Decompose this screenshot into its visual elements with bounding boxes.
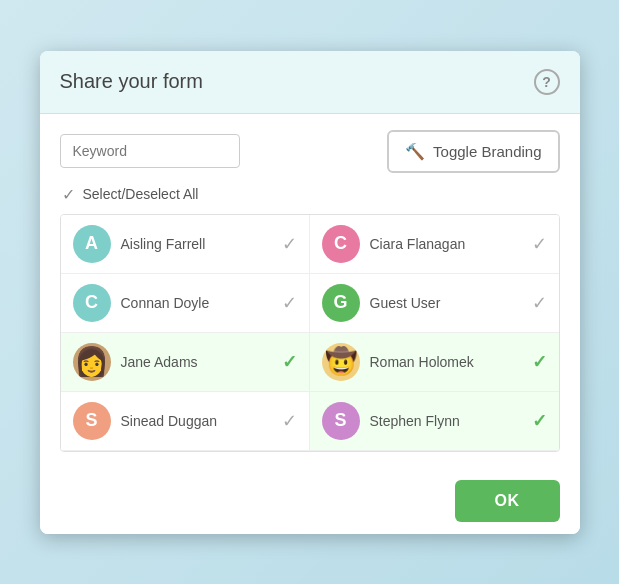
wrench-icon: 🔨: [405, 142, 425, 161]
check-icon: ✓: [282, 233, 297, 255]
list-item[interactable]: GGuest User✓: [310, 274, 559, 333]
list-item[interactable]: CCiara Flanagan✓: [310, 215, 559, 274]
toggle-branding-button[interactable]: 🔨 Toggle Branding: [387, 130, 559, 173]
toolbar: 🔨 Toggle Branding: [60, 130, 560, 173]
list-item[interactable]: 🤠Roman Holomek✓: [310, 333, 559, 392]
keyword-input[interactable]: [60, 134, 240, 168]
check-icon: ✓: [532, 410, 547, 432]
share-form-modal: Share your form ? 🔨 Toggle Branding ✓ Se…: [40, 51, 580, 534]
user-name: Guest User: [370, 295, 522, 311]
modal-body: 🔨 Toggle Branding ✓ Select/Deselect All …: [40, 114, 580, 468]
list-item[interactable]: AAisling Farrell✓: [61, 215, 310, 274]
avatar: A: [73, 225, 111, 263]
select-all-row[interactable]: ✓ Select/Deselect All: [60, 185, 560, 204]
check-icon: ✓: [282, 292, 297, 314]
list-item[interactable]: SSinead Duggan✓: [61, 392, 310, 451]
user-name: Stephen Flynn: [370, 413, 522, 429]
help-icon[interactable]: ?: [534, 69, 560, 95]
modal-title: Share your form: [60, 70, 203, 93]
user-list-container[interactable]: AAisling Farrell✓CCiara Flanagan✓CConnan…: [60, 214, 560, 452]
select-all-check-icon: ✓: [62, 185, 75, 204]
check-icon: ✓: [282, 351, 297, 373]
avatar: C: [73, 284, 111, 322]
user-name: Ciara Flanagan: [370, 236, 522, 252]
list-item[interactable]: CConnan Doyle✓: [61, 274, 310, 333]
check-icon: ✓: [282, 410, 297, 432]
avatar: 🤠: [322, 343, 360, 381]
modal-overlay: Share your form ? 🔨 Toggle Branding ✓ Se…: [0, 0, 619, 584]
check-icon: ✓: [532, 292, 547, 314]
user-name: Sinead Duggan: [121, 413, 272, 429]
user-name: Jane Adams: [121, 354, 272, 370]
check-icon: ✓: [532, 233, 547, 255]
user-name: Connan Doyle: [121, 295, 272, 311]
user-list-grid: AAisling Farrell✓CCiara Flanagan✓CConnan…: [61, 215, 559, 451]
modal-footer: OK: [40, 468, 580, 534]
ok-button[interactable]: OK: [455, 480, 560, 522]
avatar: G: [322, 284, 360, 322]
select-all-label: Select/Deselect All: [83, 186, 199, 202]
avatar: C: [322, 225, 360, 263]
user-name: Aisling Farrell: [121, 236, 272, 252]
avatar: S: [73, 402, 111, 440]
toggle-branding-label: Toggle Branding: [433, 143, 541, 160]
modal-header: Share your form ?: [40, 51, 580, 114]
user-name: Roman Holomek: [370, 354, 522, 370]
list-item[interactable]: 👩Jane Adams✓: [61, 333, 310, 392]
check-icon: ✓: [532, 351, 547, 373]
list-item[interactable]: SStephen Flynn✓: [310, 392, 559, 451]
avatar: 👩: [73, 343, 111, 381]
avatar: S: [322, 402, 360, 440]
